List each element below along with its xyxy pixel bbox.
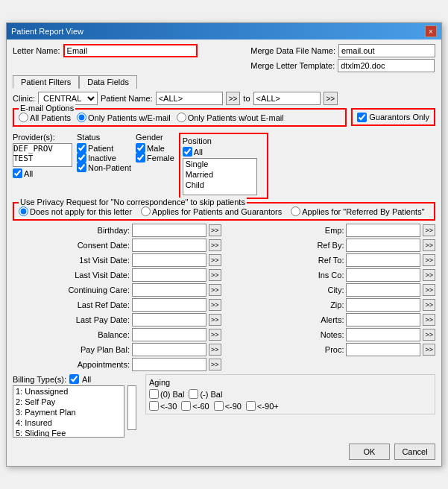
last-pay-input[interactable] (132, 313, 206, 326)
aging-90[interactable]: <-90 (214, 401, 242, 411)
cancel-button[interactable]: Cancel (394, 444, 435, 460)
billing-left: Billing Type(s): All 1: Unassigned 2: Se… (13, 374, 139, 438)
billing-item-3: 3: Payment Plan (13, 407, 124, 417)
ins-co-arrow[interactable]: >> (423, 269, 435, 281)
consent-input[interactable] (132, 239, 206, 252)
first-visit-input[interactable] (132, 253, 206, 267)
tab-patient-filters[interactable]: Patient Filters (13, 75, 79, 89)
appointments-arrow[interactable]: >> (209, 359, 221, 370)
gender-male-label: Male (147, 144, 165, 153)
status-section: Status Patient Inactive Non-Patient (77, 133, 131, 199)
last-pay-arrow[interactable]: >> (209, 314, 221, 326)
status-patient[interactable]: Patient (77, 143, 131, 153)
pay-plan-arrow[interactable]: >> (209, 344, 221, 356)
email-only-without[interactable]: Only Patients w/out E-mail (177, 113, 284, 122)
aging-neg-bal[interactable]: (-) Bal (189, 389, 222, 399)
main-window: Patient Report View × Letter Name: Email… (6, 22, 442, 467)
gender-section: Gender Male Female (136, 133, 174, 199)
status-nonpatient[interactable]: Non-Patient (77, 163, 131, 172)
aging-90plus[interactable]: <-90+ (246, 401, 279, 411)
provider-section: Provider(s): DEF_PROV TEST All (13, 133, 72, 199)
last-visit-label: Last Visit Date: (70, 271, 130, 280)
birthday-arrow[interactable]: >> (209, 224, 221, 236)
billing-all-checkbox[interactable] (69, 374, 79, 384)
ins-co-input[interactable] (346, 268, 420, 282)
emp-input[interactable] (346, 224, 420, 237)
guarantors-checkbox[interactable] (357, 113, 367, 122)
city-input[interactable] (346, 283, 420, 297)
proc-arrow[interactable]: >> (423, 344, 435, 356)
aging-0-bal[interactable]: (0) Bal (149, 389, 184, 399)
ok-button[interactable]: OK (349, 444, 390, 460)
gender-female[interactable]: Female (136, 153, 174, 163)
emp-arrow[interactable]: >> (423, 224, 435, 236)
last-ref-input[interactable] (132, 298, 206, 312)
to-input[interactable] (253, 92, 321, 105)
email-all-patients[interactable]: All Patients (19, 113, 71, 122)
zip-input[interactable] (346, 298, 420, 312)
zip-arrow[interactable]: >> (423, 299, 435, 311)
consent-label: Consent Date: (70, 241, 130, 250)
tab-data-fields[interactable]: Data Fields (79, 75, 137, 89)
gender-male[interactable]: Male (136, 143, 174, 153)
continuing-care-input[interactable] (132, 283, 206, 297)
position-single: Single (183, 159, 256, 169)
provider-all-label: All (24, 169, 33, 178)
position-section: Position All Single Married Child (179, 133, 268, 199)
balance-input[interactable] (132, 328, 206, 341)
patient-name-arrow[interactable]: >> (226, 92, 241, 105)
privacy-does-not-apply[interactable]: Does not apply for this letter (19, 206, 132, 216)
city-arrow[interactable]: >> (423, 284, 435, 296)
aging-90-label: <-90 (225, 402, 242, 411)
letter-name-input[interactable]: Email (63, 44, 198, 57)
email-without-label: Only Patients w/out E-mail (188, 113, 284, 122)
billing-item-5: 5: Sliding Fee (13, 428, 124, 438)
ref-to-arrow[interactable]: >> (423, 254, 435, 266)
close-button[interactable]: × (425, 25, 437, 37)
first-visit-arrow[interactable]: >> (209, 254, 221, 266)
notes-arrow[interactable]: >> (423, 329, 435, 341)
appointments-input[interactable] (132, 358, 206, 371)
position-list[interactable]: Single Married Child (183, 158, 257, 195)
last-ref-arrow[interactable]: >> (209, 299, 221, 311)
continuing-care-arrow[interactable]: >> (209, 284, 221, 296)
right-fields: Emp:>> Ref By:>> Ref To:>> Ins Co:>> Cit… (227, 224, 436, 371)
aging-60[interactable]: <-60 (181, 401, 209, 411)
alerts-arrow[interactable]: >> (423, 314, 435, 326)
position-all-checkbox[interactable] (183, 147, 192, 157)
status-label: Status (77, 133, 131, 142)
ref-by-input[interactable] (346, 239, 420, 252)
privacy-applies-patients[interactable]: Applies for Patients and Guarantors (141, 206, 282, 216)
provider-all-checkbox[interactable] (13, 168, 22, 178)
position-label: Position (183, 136, 265, 145)
provider-input[interactable]: DEF_PROV TEST (13, 143, 72, 167)
bottom-buttons: OK Cancel (13, 441, 435, 461)
balance-arrow[interactable]: >> (209, 329, 221, 341)
ref-by-arrow[interactable]: >> (423, 239, 435, 251)
birthday-input[interactable] (132, 224, 206, 237)
patient-name-input[interactable] (156, 92, 223, 105)
email-only-with[interactable]: Only Patients w/E-mail (77, 113, 171, 122)
aging-30[interactable]: <-30 (149, 401, 177, 411)
consent-arrow[interactable]: >> (209, 239, 221, 251)
proc-input[interactable] (346, 343, 420, 356)
merge-template-label: Merge Letter Template: (250, 61, 335, 70)
alerts-input[interactable] (346, 313, 420, 326)
merge-template-input[interactable]: dtxlm20.doc (338, 59, 435, 72)
to-arrow[interactable]: >> (324, 92, 338, 105)
ref-to-input[interactable] (346, 253, 420, 267)
pay-plan-input[interactable] (132, 343, 206, 356)
privacy-applies-referred[interactable]: Applies for "Referred By Patients" (291, 206, 424, 216)
clinic-label: Clinic: (13, 94, 35, 103)
aging-30-label: <-30 (160, 402, 177, 411)
billing-list[interactable]: 1: Unassigned 2: Self Pay 3: Payment Pla… (13, 385, 124, 438)
last-visit-arrow[interactable]: >> (209, 269, 221, 281)
status-inactive[interactable]: Inactive (77, 153, 131, 163)
position-all-label: All (194, 148, 203, 157)
merge-data-input[interactable]: email.out (338, 44, 435, 57)
ref-to-label: Ref To: (284, 256, 344, 265)
last-visit-input[interactable] (132, 268, 206, 282)
notes-input[interactable] (346, 328, 420, 341)
position-child: Child (183, 180, 256, 190)
merge-data-label: Merge Data File Name: (250, 46, 335, 55)
